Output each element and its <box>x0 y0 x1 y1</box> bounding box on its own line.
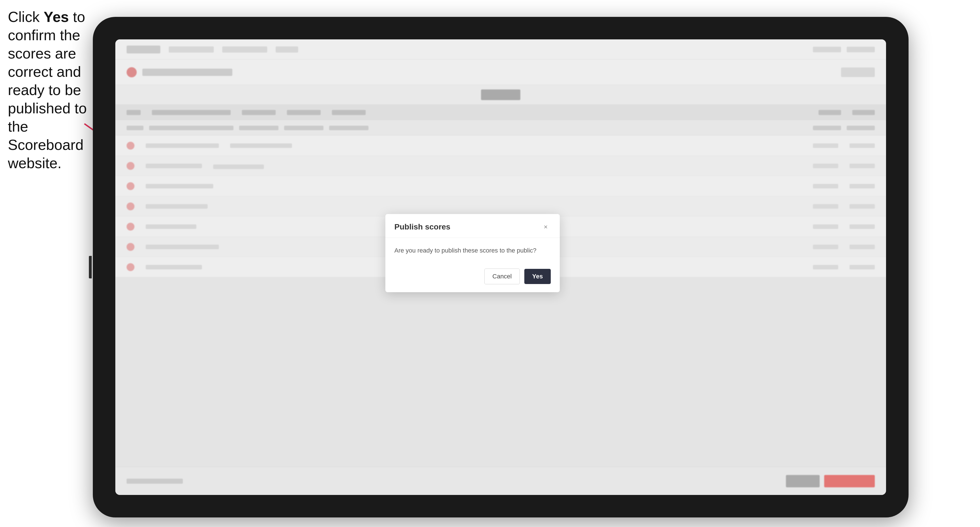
modal-footer: Cancel Yes <box>385 263 560 292</box>
annotation-text: Click Yes to confirm the scores are corr… <box>8 8 89 172</box>
modal-body: Are you ready to publish these scores to… <box>385 238 560 263</box>
cancel-button[interactable]: Cancel <box>484 268 520 284</box>
annotation-bold: Yes <box>44 9 69 25</box>
yes-button[interactable]: Yes <box>524 269 551 284</box>
modal-message: Are you ready to publish these scores to… <box>395 246 551 255</box>
tablet-device: Publish scores × Are you ready to publis… <box>93 17 908 517</box>
modal-header: Publish scores × <box>385 214 560 238</box>
publish-scores-dialog: Publish scores × Are you ready to publis… <box>385 214 560 292</box>
tablet-side-button <box>89 256 92 278</box>
annotation-suffix: to confirm the scores are correct and re… <box>8 9 87 171</box>
annotation-prefix: Click <box>8 9 44 25</box>
modal-overlay: Publish scores × Are you ready to publis… <box>115 40 886 495</box>
modal-close-button[interactable]: × <box>541 222 551 232</box>
tablet-screen: Publish scores × Are you ready to publis… <box>115 40 886 495</box>
modal-title: Publish scores <box>395 222 450 232</box>
